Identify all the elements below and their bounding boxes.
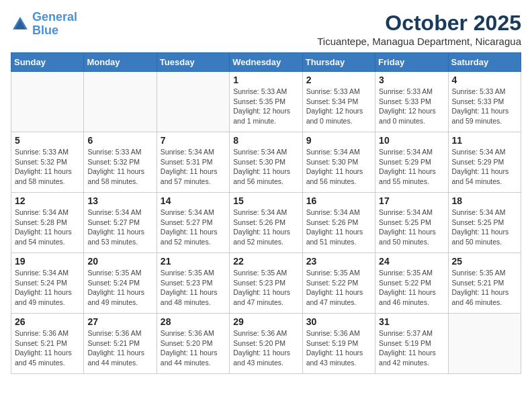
day-info: Sunrise: 5:37 AM Sunset: 5:19 PM Dayligh… — [379, 328, 444, 368]
title-block: October 2025 Ticuantepe, Managua Departm… — [317, 11, 521, 47]
column-header-thursday: Thursday — [302, 53, 375, 72]
column-header-monday: Monday — [84, 53, 157, 72]
calendar-cell: 13Sunrise: 5:34 AM Sunset: 5:27 PM Dayli… — [84, 193, 157, 253]
day-info: Sunrise: 5:36 AM Sunset: 5:20 PM Dayligh… — [161, 328, 226, 368]
day-info: Sunrise: 5:33 AM Sunset: 5:35 PM Dayligh… — [233, 87, 298, 126]
calendar-cell: 20Sunrise: 5:35 AM Sunset: 5:24 PM Dayli… — [84, 253, 157, 314]
column-header-wednesday: Wednesday — [230, 53, 302, 72]
day-info: Sunrise: 5:34 AM Sunset: 5:30 PM Dayligh… — [306, 147, 371, 187]
calendar-cell: 22Sunrise: 5:35 AM Sunset: 5:23 PM Dayli… — [230, 253, 302, 314]
calendar-cell: 27Sunrise: 5:36 AM Sunset: 5:21 PM Dayli… — [84, 314, 157, 374]
calendar-cell: 19Sunrise: 5:34 AM Sunset: 5:24 PM Dayli… — [11, 253, 84, 314]
calendar-cell: 30Sunrise: 5:36 AM Sunset: 5:19 PM Dayli… — [302, 314, 375, 374]
day-info: Sunrise: 5:35 AM Sunset: 5:21 PM Dayligh… — [452, 268, 517, 308]
week-row-4: 19Sunrise: 5:34 AM Sunset: 5:24 PM Dayli… — [11, 253, 521, 314]
day-number: 31 — [379, 316, 444, 327]
page-header: General Blue October 2025 Ticuantepe, Ma… — [11, 11, 521, 47]
day-info: Sunrise: 5:33 AM Sunset: 5:33 PM Dayligh… — [452, 87, 517, 126]
day-number: 24 — [379, 256, 444, 267]
day-number: 16 — [306, 195, 371, 206]
column-header-tuesday: Tuesday — [157, 53, 229, 72]
calendar-cell: 3Sunrise: 5:33 AM Sunset: 5:33 PM Daylig… — [375, 72, 448, 132]
calendar-cell: 5Sunrise: 5:33 AM Sunset: 5:32 PM Daylig… — [11, 132, 84, 193]
day-number: 15 — [233, 195, 298, 206]
day-info: Sunrise: 5:34 AM Sunset: 5:25 PM Dayligh… — [379, 208, 444, 247]
day-info: Sunrise: 5:33 AM Sunset: 5:32 PM Dayligh… — [15, 147, 80, 187]
day-info: Sunrise: 5:34 AM Sunset: 5:27 PM Dayligh… — [161, 208, 226, 247]
day-number: 18 — [452, 195, 517, 206]
column-header-sunday: Sunday — [11, 53, 84, 72]
day-info: Sunrise: 5:34 AM Sunset: 5:30 PM Dayligh… — [233, 147, 298, 187]
day-number: 1 — [233, 75, 298, 85]
day-info: Sunrise: 5:34 AM Sunset: 5:25 PM Dayligh… — [452, 208, 517, 247]
day-number: 21 — [161, 256, 226, 267]
day-info: Sunrise: 5:35 AM Sunset: 5:22 PM Dayligh… — [379, 268, 444, 308]
day-info: Sunrise: 5:34 AM Sunset: 5:29 PM Dayligh… — [379, 147, 444, 187]
day-info: Sunrise: 5:34 AM Sunset: 5:29 PM Dayligh… — [452, 147, 517, 187]
day-info: Sunrise: 5:34 AM Sunset: 5:27 PM Dayligh… — [87, 208, 152, 247]
calendar-cell: 23Sunrise: 5:35 AM Sunset: 5:22 PM Dayli… — [302, 253, 375, 314]
calendar-cell: 15Sunrise: 5:34 AM Sunset: 5:26 PM Dayli… — [230, 193, 302, 253]
week-row-2: 5Sunrise: 5:33 AM Sunset: 5:32 PM Daylig… — [11, 132, 521, 193]
day-info: Sunrise: 5:33 AM Sunset: 5:32 PM Dayligh… — [87, 147, 152, 187]
day-number: 8 — [233, 135, 298, 146]
calendar-cell: 9Sunrise: 5:34 AM Sunset: 5:30 PM Daylig… — [302, 132, 375, 193]
day-number: 2 — [306, 75, 371, 85]
week-row-1: 1Sunrise: 5:33 AM Sunset: 5:35 PM Daylig… — [11, 72, 521, 132]
day-info: Sunrise: 5:34 AM Sunset: 5:28 PM Dayligh… — [15, 208, 80, 247]
day-number: 12 — [15, 195, 80, 206]
week-row-5: 26Sunrise: 5:36 AM Sunset: 5:21 PM Dayli… — [11, 314, 521, 374]
day-info: Sunrise: 5:35 AM Sunset: 5:23 PM Dayligh… — [161, 268, 226, 308]
calendar-cell: 2Sunrise: 5:33 AM Sunset: 5:34 PM Daylig… — [302, 72, 375, 132]
calendar-cell: 25Sunrise: 5:35 AM Sunset: 5:21 PM Dayli… — [448, 253, 521, 314]
day-number: 17 — [379, 195, 444, 206]
day-number: 5 — [15, 135, 80, 146]
day-number: 28 — [161, 316, 226, 327]
day-number: 19 — [15, 256, 80, 267]
calendar-cell — [11, 72, 84, 132]
day-number: 11 — [452, 135, 517, 146]
calendar-cell: 12Sunrise: 5:34 AM Sunset: 5:28 PM Dayli… — [11, 193, 84, 253]
column-header-saturday: Saturday — [448, 53, 521, 72]
day-number: 22 — [233, 256, 298, 267]
calendar-cell: 16Sunrise: 5:34 AM Sunset: 5:26 PM Dayli… — [302, 193, 375, 253]
location-subtitle: Ticuantepe, Managua Department, Nicaragu… — [317, 36, 521, 47]
calendar-cell — [84, 72, 157, 132]
calendar-cell — [448, 314, 521, 374]
day-info: Sunrise: 5:34 AM Sunset: 5:24 PM Dayligh… — [15, 268, 80, 308]
calendar-cell: 7Sunrise: 5:34 AM Sunset: 5:31 PM Daylig… — [157, 132, 229, 193]
calendar-cell: 28Sunrise: 5:36 AM Sunset: 5:20 PM Dayli… — [157, 314, 229, 374]
day-number: 13 — [87, 195, 152, 206]
day-number: 7 — [161, 135, 226, 146]
day-info: Sunrise: 5:34 AM Sunset: 5:26 PM Dayligh… — [306, 208, 371, 247]
day-number: 6 — [87, 135, 152, 146]
day-number: 10 — [379, 135, 444, 146]
day-info: Sunrise: 5:34 AM Sunset: 5:31 PM Dayligh… — [161, 147, 226, 187]
day-number: 25 — [452, 256, 517, 267]
month-title: October 2025 — [317, 11, 521, 36]
day-info: Sunrise: 5:33 AM Sunset: 5:33 PM Dayligh… — [379, 87, 444, 126]
day-info: Sunrise: 5:36 AM Sunset: 5:19 PM Dayligh… — [306, 328, 371, 368]
day-number: 14 — [161, 195, 226, 206]
day-info: Sunrise: 5:33 AM Sunset: 5:34 PM Dayligh… — [306, 87, 371, 126]
day-info: Sunrise: 5:36 AM Sunset: 5:21 PM Dayligh… — [87, 328, 152, 368]
calendar-cell: 21Sunrise: 5:35 AM Sunset: 5:23 PM Dayli… — [157, 253, 229, 314]
calendar-cell: 29Sunrise: 5:36 AM Sunset: 5:20 PM Dayli… — [230, 314, 302, 374]
day-number: 3 — [379, 75, 444, 85]
calendar-cell: 18Sunrise: 5:34 AM Sunset: 5:25 PM Dayli… — [448, 193, 521, 253]
calendar-table: SundayMondayTuesdayWednesdayThursdayFrid… — [11, 52, 521, 374]
calendar-cell: 11Sunrise: 5:34 AM Sunset: 5:29 PM Dayli… — [448, 132, 521, 193]
day-info: Sunrise: 5:35 AM Sunset: 5:24 PM Dayligh… — [87, 268, 152, 308]
day-info: Sunrise: 5:36 AM Sunset: 5:20 PM Dayligh… — [233, 328, 298, 368]
day-number: 20 — [87, 256, 152, 267]
week-row-3: 12Sunrise: 5:34 AM Sunset: 5:28 PM Dayli… — [11, 193, 521, 253]
calendar-cell: 4Sunrise: 5:33 AM Sunset: 5:33 PM Daylig… — [448, 72, 521, 132]
day-info: Sunrise: 5:34 AM Sunset: 5:26 PM Dayligh… — [233, 208, 298, 247]
calendar-cell: 10Sunrise: 5:34 AM Sunset: 5:29 PM Dayli… — [375, 132, 448, 193]
calendar-header-row: SundayMondayTuesdayWednesdayThursdayFrid… — [11, 53, 521, 72]
calendar-cell: 26Sunrise: 5:36 AM Sunset: 5:21 PM Dayli… — [11, 314, 84, 374]
calendar-cell: 14Sunrise: 5:34 AM Sunset: 5:27 PM Dayli… — [157, 193, 229, 253]
calendar-cell — [157, 72, 229, 132]
logo-text: General Blue — [32, 11, 77, 38]
logo: General Blue — [11, 11, 77, 38]
